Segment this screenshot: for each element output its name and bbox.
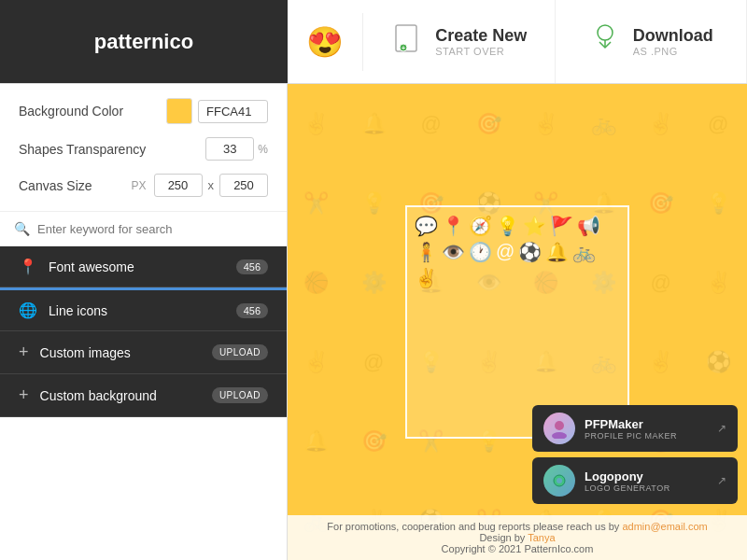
floating-panels: PFPMaker PROFILE PIC MAKER ↗ Logopony LO… (532, 405, 738, 504)
icon-speech: 💬 (415, 215, 438, 237)
pfpmaker-title: PFPMaker (585, 417, 677, 431)
main-layout: Background Color Shapes Transparency % C… (0, 84, 747, 560)
icon-flag: 🚩 (550, 215, 573, 237)
custom-images-item[interactable]: + Custom images UPLOAD (0, 331, 287, 374)
sidebar-controls: Background Color Shapes Transparency % C… (0, 84, 287, 212)
create-new-text: Create New START OVER (435, 26, 527, 57)
logopony-panel[interactable]: Logopony LOGO GENERATOR ↗ (532, 457, 738, 504)
create-new-title: Create New (435, 26, 527, 46)
icon-clock: 🕐 (469, 241, 492, 263)
pfpmaker-avatar (543, 413, 575, 444)
icon-bulb: 💡 (496, 215, 519, 237)
logopony-text: Logopony LOGO GENERATOR (585, 469, 670, 493)
canvas-footer: For promotions, cooperation and bug repo… (288, 515, 747, 560)
canvas-icons: 💬 📍 🧭 💡 ⭐ 🚩 📢 🧍 👁️ 🕐 @ ⚽ 🔔 🚲 ✌️ (407, 207, 627, 437)
custom-background-item[interactable]: + Custom background UPLOAD (0, 374, 287, 417)
footer-promo-text: For promotions, cooperation and bug repo… (327, 521, 622, 532)
custom-images-upload-badge: UPLOAD (212, 344, 268, 360)
custom-background-upload-badge: UPLOAD (212, 387, 268, 403)
pfpmaker-external-icon: ↗ (717, 422, 726, 435)
background-color-input[interactable] (198, 100, 268, 123)
font-awesome-icon: 📍 (19, 258, 37, 275)
canvas-size-label: Canvas Size (19, 178, 131, 193)
search-container: 🔍 (0, 212, 287, 246)
color-swatch[interactable] (166, 98, 192, 124)
icon-at: @ (496, 241, 514, 263)
canvas-width-input[interactable] (154, 174, 203, 197)
icon-bicycle: 🚲 (572, 241, 596, 263)
emoji-section: 😍 (288, 13, 363, 71)
background-color-row: Background Color (19, 98, 268, 124)
category-line-icons[interactable]: 🌐 Line icons 456 (0, 290, 287, 331)
footer-promo: For promotions, cooperation and bug repo… (302, 521, 733, 532)
footer-design-by: Design by (479, 532, 528, 543)
icon-funnel: 📍 (442, 215, 465, 237)
canvas-area: ✌️🔔@🎯✌️🚲✌️@ ✂️💡🎯⚽✂️🔔🎯💡 🏀⚙️🔔👁️🏀⚙️@✌️ ✌️@💡… (288, 84, 747, 560)
custom-images-plus-icon: + (19, 343, 29, 362)
custom-background-label: Custom background (40, 388, 201, 403)
icon-peace: ✌️ (415, 267, 438, 289)
header: patternico 😍 + Create New START OVER (0, 0, 747, 84)
line-icons-icon: 🌐 (19, 301, 37, 319)
sidebar: Background Color Shapes Transparency % C… (0, 84, 288, 560)
line-icons-label: Line icons (49, 303, 225, 318)
canvas-size-row: Canvas Size PX x (19, 174, 268, 197)
line-icons-count: 456 (236, 303, 268, 318)
footer-design: Design by Tanya (302, 532, 733, 543)
pfpmaker-text: PFPMaker PROFILE PIC MAKER (585, 417, 677, 441)
search-input[interactable] (37, 222, 273, 236)
custom-images-label: Custom images (40, 345, 201, 360)
search-icon: 🔍 (14, 221, 30, 236)
footer-author-link[interactable]: Tanya (528, 532, 555, 543)
create-new-icon: + (390, 21, 424, 62)
logopony-subtitle: LOGO GENERATOR (585, 483, 670, 493)
header-emoji-icon: 😍 (306, 24, 344, 60)
canvas-x-label: x (208, 178, 215, 192)
category-font-awesome[interactable]: 📍 Font awesome 456 (0, 246, 287, 287)
icon-soccer: ⚽ (518, 241, 542, 263)
icon-compass: 🧭 (469, 215, 492, 237)
download-title: Download (633, 26, 713, 46)
download-icon (588, 21, 622, 62)
download-button[interactable]: Download AS .PNG (556, 0, 748, 83)
download-subtitle: AS .PNG (633, 46, 713, 57)
background-color-label: Background Color (19, 104, 166, 119)
canvas-height-input[interactable] (219, 174, 268, 197)
create-new-subtitle: START OVER (435, 46, 527, 57)
svg-point-6 (552, 432, 567, 439)
pfpmaker-subtitle: PROFILE PIC MAKER (585, 431, 677, 441)
svg-point-3 (598, 25, 613, 40)
logopony-external-icon: ↗ (717, 474, 726, 487)
pfpmaker-panel[interactable]: PFPMaker PROFILE PIC MAKER ↗ (532, 405, 738, 452)
svg-point-5 (555, 421, 564, 430)
shapes-transparency-row: Shapes Transparency % (19, 137, 268, 161)
app-name: patternico (94, 30, 193, 54)
logopony-title: Logopony (585, 469, 670, 483)
icon-bell: 🔔 (545, 241, 569, 263)
app-logo: patternico (0, 0, 288, 83)
icon-megaphone: 📢 (577, 215, 600, 237)
custom-background-plus-icon: + (19, 385, 29, 405)
font-awesome-label: Font awesome (49, 259, 225, 274)
icon-person: 🧍 (415, 241, 438, 263)
create-new-button[interactable]: + Create New START OVER (363, 0, 556, 83)
logopony-avatar (543, 465, 575, 497)
svg-text:+: + (402, 45, 405, 51)
footer-copyright: Copyright © 2021 PatternIco.com (302, 543, 733, 554)
canvas-px-label: PX (131, 179, 146, 192)
footer-email-link[interactable]: admin@email.com (622, 521, 707, 532)
icon-eye: 👁️ (442, 241, 465, 263)
transparency-unit: % (258, 143, 268, 156)
download-text: Download AS .PNG (633, 26, 713, 57)
svg-point-8 (557, 478, 562, 483)
shapes-transparency-label: Shapes Transparency (19, 142, 205, 157)
icon-star: ⭐ (523, 215, 546, 237)
white-canvas: 💬 📍 🧭 💡 ⭐ 🚩 📢 🧍 👁️ 🕐 @ ⚽ 🔔 🚲 ✌️ (405, 205, 629, 439)
font-awesome-count: 456 (236, 259, 268, 274)
header-actions: 😍 + Create New START OVER (288, 0, 747, 83)
shapes-transparency-input[interactable] (205, 137, 254, 161)
